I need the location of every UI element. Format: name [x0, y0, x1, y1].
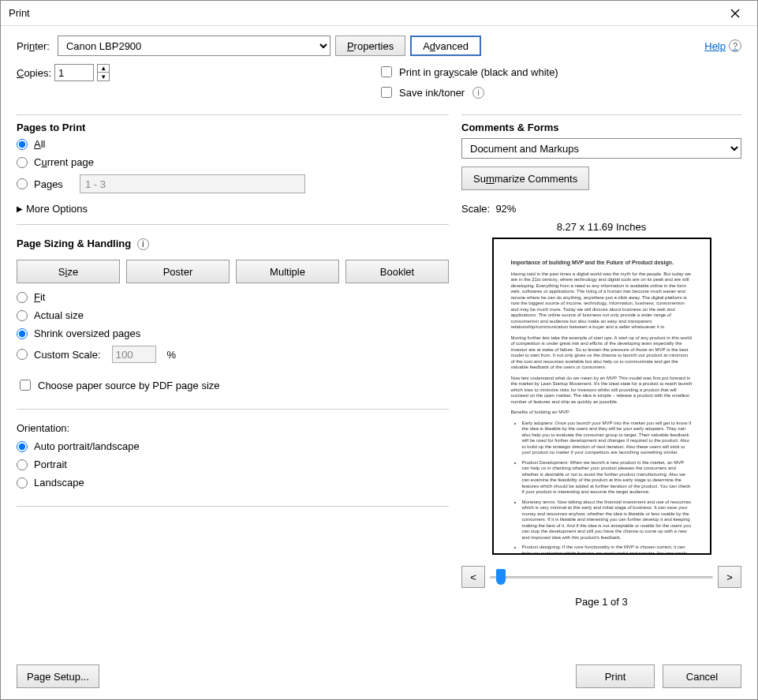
- pages-current-radio[interactable]: [17, 157, 28, 168]
- actual-label: Actual size: [34, 309, 84, 321]
- saveink-checkbox[interactable]: [381, 87, 392, 98]
- pages-all-radio[interactable]: [17, 139, 28, 150]
- orientation-title: Orientation:: [17, 422, 449, 434]
- spin-up-icon[interactable]: ▲: [98, 65, 109, 73]
- printer-label: Printer:: [17, 40, 50, 52]
- sizing-title: Page Sizing & Handling i: [17, 238, 449, 250]
- properties-button[interactable]: Properties: [335, 36, 405, 56]
- help-link[interactable]: Help?: [704, 39, 741, 52]
- dimensions-display: 8.27 x 11.69 Inches: [461, 221, 741, 233]
- multiple-tab[interactable]: Multiple: [236, 260, 339, 283]
- pages-range-label: Pages: [34, 178, 73, 190]
- page-setup-button[interactable]: Page Setup...: [17, 664, 99, 688]
- auto-orient-radio[interactable]: [17, 441, 28, 452]
- choose-source-label: Choose paper source by PDF page size: [38, 380, 220, 391]
- booklet-tab[interactable]: Booklet: [345, 260, 449, 283]
- pages-to-print-title: Pages to Print: [17, 122, 449, 133]
- size-tab[interactable]: Size: [17, 260, 120, 283]
- pages-current-label: Current page: [34, 156, 94, 168]
- custom-radio[interactable]: [17, 349, 28, 360]
- cancel-button[interactable]: Cancel: [663, 664, 741, 688]
- window-title: Print: [9, 7, 30, 19]
- info-icon[interactable]: i: [137, 238, 149, 250]
- custom-scale-input[interactable]: [112, 346, 156, 363]
- copies-input[interactable]: [54, 64, 94, 81]
- percent-label: %: [167, 349, 177, 361]
- slider-thumb[interactable]: [496, 569, 506, 585]
- comments-title: Comments & Forms: [461, 122, 741, 133]
- printer-select[interactable]: Canon LBP2900: [58, 36, 330, 56]
- slider-track: [490, 576, 713, 578]
- page-slider[interactable]: [490, 569, 713, 585]
- triangle-right-icon: ▶: [17, 204, 23, 213]
- grayscale-checkbox[interactable]: [381, 66, 392, 77]
- close-icon: [730, 9, 740, 18]
- shrink-label: Shrink oversized pages: [34, 328, 140, 339]
- copies-spinner[interactable]: ▲▼: [97, 64, 110, 81]
- pages-all-label: All: [34, 138, 45, 150]
- portrait-radio[interactable]: [17, 459, 28, 470]
- more-options-toggle[interactable]: ▶More Options: [17, 203, 449, 215]
- choose-source-checkbox[interactable]: [20, 380, 31, 391]
- prev-page-button[interactable]: <: [461, 566, 485, 588]
- scale-display: Scale: 92%: [461, 203, 741, 215]
- print-button[interactable]: Print: [576, 664, 655, 688]
- page-indicator: Page 1 of 3: [461, 596, 741, 608]
- page-preview: Importance of building MVP and the Futur…: [492, 238, 711, 555]
- custom-label: Custom Scale:: [34, 349, 101, 361]
- landscape-radio[interactable]: [17, 477, 28, 489]
- pages-range-radio[interactable]: [17, 178, 28, 189]
- saveink-label: Save ink/toner: [399, 87, 465, 99]
- auto-orient-label: Auto portrait/landscape: [34, 440, 140, 452]
- copies-label: Copies:: [17, 67, 51, 79]
- help-icon: ?: [729, 39, 741, 52]
- spin-down-icon[interactable]: ▼: [98, 73, 109, 80]
- fit-radio[interactable]: [17, 292, 28, 303]
- landscape-label: Landscape: [34, 477, 84, 489]
- fit-label: Fit: [34, 291, 45, 303]
- next-page-button[interactable]: >: [718, 566, 741, 588]
- advanced-button[interactable]: Advanced: [410, 36, 481, 56]
- portrait-label: Portrait: [34, 459, 67, 470]
- grayscale-label: Print in grayscale (black and white): [399, 66, 558, 78]
- shrink-radio[interactable]: [17, 328, 28, 339]
- actual-radio[interactable]: [17, 310, 28, 321]
- summarize-button[interactable]: Summarize Comments: [461, 167, 589, 190]
- close-button[interactable]: [721, 2, 749, 24]
- pages-range-input[interactable]: [80, 174, 305, 193]
- info-icon[interactable]: i: [472, 87, 484, 99]
- comments-select[interactable]: Document and Markups: [461, 138, 741, 159]
- poster-tab[interactable]: Poster: [126, 260, 230, 283]
